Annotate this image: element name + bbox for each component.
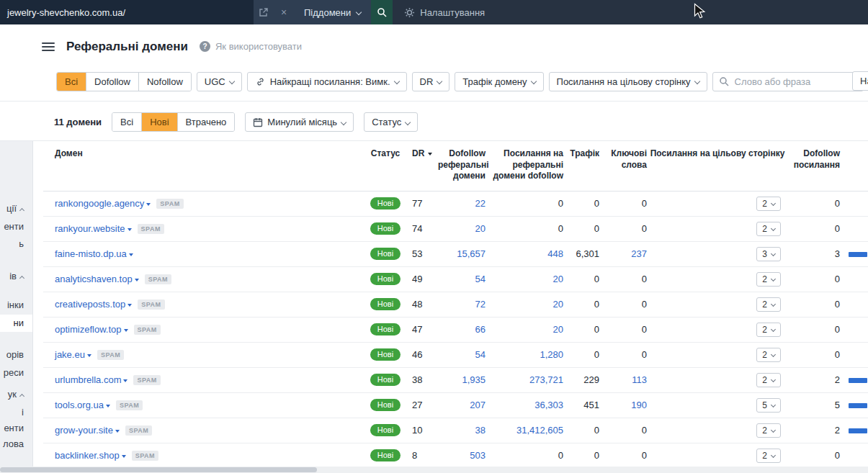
domain-link[interactable]: rankongoogle.agency	[55, 198, 144, 209]
target-page-links-dropdown[interactable]: Посилання на цільову сторінку	[549, 72, 707, 91]
sidebar-item[interactable]: орів	[0, 346, 32, 364]
how-to-use-link[interactable]: ? Як використовувати	[200, 41, 302, 52]
horizontal-scrollbar[interactable]	[0, 467, 868, 473]
best-links-dropdown[interactable]: Найкращі посилання: Вимк.	[247, 72, 407, 91]
target-links-select[interactable]: 2	[756, 348, 781, 362]
chevron-down-icon[interactable]	[121, 374, 127, 385]
status-dropdown[interactable]: Статус	[364, 112, 418, 132]
target-links-select[interactable]: 2	[756, 222, 781, 236]
chevron-down-icon[interactable]	[125, 223, 132, 234]
column-header-dofollow-links[interactable]: Dofollow посилання	[785, 141, 843, 191]
chevron-down-icon[interactable]	[127, 248, 133, 259]
dofollow-ref-domains-cell[interactable]: 20	[438, 216, 488, 241]
domain-link[interactable]: grow-your.site	[55, 425, 113, 436]
domain-link[interactable]: creativeposts.top	[55, 299, 125, 310]
ref-links-dofollow-cell[interactable]: 20	[488, 266, 566, 292]
dr-filter-dropdown[interactable]: DR	[412, 72, 450, 91]
domain-link[interactable]: urlumbrella.com	[55, 374, 121, 385]
menu-icon[interactable]	[42, 42, 55, 51]
target-links-select[interactable]: 2	[756, 449, 781, 463]
dofollow-ref-domains-cell[interactable]: 22	[438, 191, 488, 216]
chevron-down-icon[interactable]	[113, 425, 120, 436]
domain-link[interactable]: tools.org.ua	[55, 400, 104, 410]
column-header-dr[interactable]: DR	[405, 141, 438, 191]
phrase-search-input[interactable]	[712, 72, 864, 91]
segment-item[interactable]: Втрачено	[177, 113, 235, 131]
dofollow-ref-domains-cell[interactable]: 1,935	[438, 367, 488, 392]
ref-links-dofollow-cell[interactable]: 36,303	[488, 392, 566, 418]
sidebar-item[interactable]: і	[0, 404, 32, 421]
target-links-select[interactable]: 2	[756, 297, 781, 312]
search-button[interactable]	[371, 0, 393, 24]
keywords-cell[interactable]: 237	[602, 241, 650, 266]
chevron-down-icon[interactable]	[120, 450, 126, 461]
target-links-select[interactable]: 2	[756, 373, 781, 387]
chevron-down-icon[interactable]	[122, 324, 128, 335]
column-header-domain[interactable]: Домен	[43, 141, 366, 191]
chevron-down-icon[interactable]	[85, 349, 91, 360]
dofollow-ref-domains-cell[interactable]: 38	[438, 418, 488, 443]
sidebar-item[interactable]: енти	[0, 420, 32, 437]
ref-links-dofollow-cell[interactable]: 20	[488, 317, 566, 342]
keywords-cell[interactable]: 190	[602, 392, 650, 418]
dofollow-ref-domains-cell[interactable]: 15,657	[438, 241, 488, 266]
domain-link[interactable]: optimizeflow.top	[55, 324, 122, 335]
target-links-select[interactable]: 2	[756, 323, 781, 337]
ref-links-dofollow-cell[interactable]: 31,412,605	[488, 418, 566, 443]
sidebar-item[interactable]: реси	[0, 364, 32, 382]
sidebar-item[interactable]: лова	[0, 436, 32, 453]
chevron-down-icon[interactable]	[144, 198, 151, 209]
dofollow-ref-domains-cell[interactable]: 54	[438, 266, 488, 292]
target-links-select[interactable]: 2	[756, 272, 781, 287]
ref-links-dofollow-cell[interactable]: 20	[488, 292, 566, 317]
segment-item[interactable]: Всі	[57, 73, 86, 91]
segment-item[interactable]: Всі	[112, 113, 141, 131]
scrollbar-thumb[interactable]	[0, 467, 317, 472]
chevron-down-icon[interactable]	[104, 400, 110, 410]
chevron-down-icon[interactable]	[125, 299, 132, 310]
domain-link[interactable]: backlinker.shop	[55, 450, 120, 461]
subdomains-dropdown[interactable]: Піддомени	[294, 0, 371, 24]
clear-icon[interactable]: ×	[274, 0, 294, 24]
domain-link[interactable]: faine-misto.dp.ua	[55, 248, 127, 259]
column-header-ref-links-dofollow[interactable]: Посилання на реферальні домени dofollow	[488, 141, 566, 191]
ref-links-dofollow-cell[interactable]: 448	[488, 241, 566, 266]
keywords-cell[interactable]: 113	[602, 367, 650, 392]
column-header-keywords[interactable]: Ключові слова	[602, 141, 650, 191]
sidebar-item[interactable]: ції	[0, 200, 32, 217]
dofollow-ref-domains-cell[interactable]: 503	[438, 443, 488, 468]
target-links-select[interactable]: 2	[756, 423, 781, 438]
dofollow-ref-domains-cell[interactable]: 207	[438, 392, 488, 418]
external-link-icon[interactable]	[254, 0, 274, 24]
sidebar-item[interactable]: інки	[0, 297, 32, 314]
dofollow-ref-domains-cell[interactable]: 54	[438, 342, 488, 367]
sidebar-item[interactable]: ь	[0, 235, 32, 253]
chevron-down-icon[interactable]	[133, 274, 139, 284]
domain-link[interactable]: jake.eu	[55, 349, 85, 360]
segment-item[interactable]: Nofollow	[138, 73, 191, 91]
domain-link[interactable]: analyticshaven.top	[55, 274, 133, 284]
dofollow-ref-domains-cell[interactable]: 66	[438, 317, 488, 342]
target-links-select[interactable]: 5	[756, 398, 781, 413]
domain-traffic-dropdown[interactable]: Трафік домену	[455, 72, 543, 91]
segment-item[interactable]: Нові	[141, 113, 176, 131]
sidebar-item[interactable]: ів	[0, 268, 32, 285]
column-header-dofollow-ref-domains[interactable]: Dofollow реферальні домени	[438, 141, 488, 191]
sidebar-item[interactable]: ни	[0, 315, 32, 332]
domain-input[interactable]: jewelry-shevchenko.com.ua/	[0, 0, 254, 24]
settings-button[interactable]: Налаштування	[404, 0, 485, 24]
period-dropdown[interactable]: Минулий місяць	[245, 112, 354, 132]
target-links-select[interactable]: 2	[756, 197, 781, 211]
column-header-traffic[interactable]: Трафік	[566, 141, 602, 191]
ref-links-dofollow-cell[interactable]: 273,721	[488, 367, 566, 392]
dofollow-ref-domains-cell[interactable]: 72	[438, 292, 488, 317]
segment-item[interactable]: Dofollow	[86, 73, 138, 91]
column-header-status[interactable]: Статус	[366, 141, 405, 191]
column-header-target-links[interactable]: Посилання на цільову сторінку	[650, 141, 785, 191]
target-links-select[interactable]: 3	[756, 247, 781, 261]
ref-links-dofollow-cell[interactable]: 1,280	[488, 342, 566, 367]
ugc-dropdown[interactable]: UGC	[197, 72, 242, 91]
clipped-settings-button[interactable]: Нал	[852, 71, 868, 91]
sidebar-item[interactable]: енти	[0, 218, 32, 235]
domain-link[interactable]: rankyour.website	[55, 223, 125, 234]
